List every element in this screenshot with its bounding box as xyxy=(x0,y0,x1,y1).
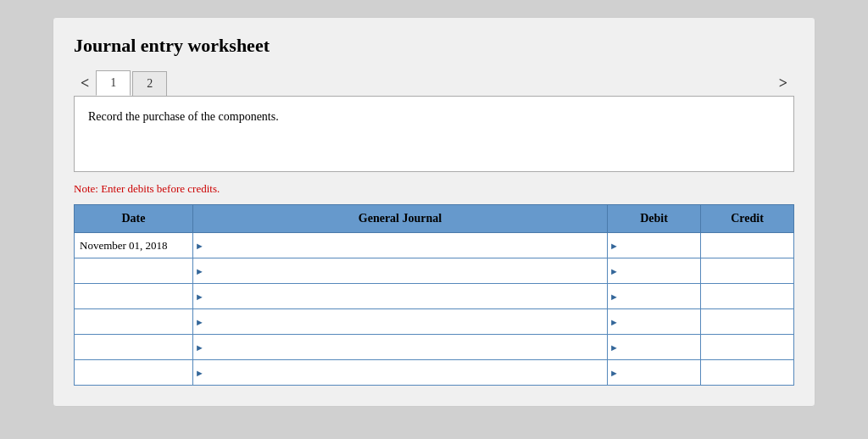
table-row: ► ► xyxy=(75,258,794,284)
arrow-icon-debit-5: ► xyxy=(609,342,619,353)
cell-date-2 xyxy=(75,258,193,284)
arrow-icon-2: ► xyxy=(195,266,204,276)
cell-credit-4[interactable] xyxy=(701,309,794,335)
cell-debit-6[interactable]: ► xyxy=(608,360,701,386)
table-header-row: Date General Journal Debit Credit xyxy=(75,205,794,233)
table-row: ► ► xyxy=(75,335,794,360)
cell-date-4 xyxy=(75,309,193,335)
cell-debit-4[interactable]: ► xyxy=(608,309,701,335)
cell-debit-3[interactable]: ► xyxy=(608,284,701,309)
arrow-icon-4: ► xyxy=(195,317,204,327)
table-row: November 01, 2018 ► ► xyxy=(75,233,794,258)
arrow-icon-3: ► xyxy=(195,292,204,302)
cell-date-1: November 01, 2018 xyxy=(75,233,193,258)
cell-debit-5[interactable]: ► xyxy=(608,335,701,360)
cell-credit-2[interactable] xyxy=(701,258,794,284)
cell-debit-1[interactable]: ► xyxy=(608,233,701,258)
arrow-icon-debit-3: ► xyxy=(609,292,619,302)
journal-table: Date General Journal Debit Credit Novemb… xyxy=(74,204,794,386)
tab-1[interactable]: 1 xyxy=(96,70,131,96)
cell-debit-2[interactable]: ► xyxy=(608,258,701,284)
cell-journal-6[interactable]: ► xyxy=(193,360,608,386)
cell-journal-1[interactable]: ► xyxy=(193,233,608,258)
main-container: Journal entry worksheet < 1 2 > Record t… xyxy=(53,17,815,407)
table-row: ► ► xyxy=(75,360,794,386)
table-row: ► ► xyxy=(75,284,794,309)
cell-journal-4[interactable]: ► xyxy=(193,309,608,335)
arrow-icon-debit-2: ► xyxy=(609,266,619,276)
header-date: Date xyxy=(75,205,193,233)
cell-credit-6[interactable] xyxy=(701,360,794,386)
tabs-navigation: < 1 2 > xyxy=(74,70,794,96)
tab-2[interactable]: 2 xyxy=(132,71,167,96)
prev-arrow[interactable]: < xyxy=(74,71,96,96)
arrow-icon-debit-1: ► xyxy=(609,241,619,251)
header-credit: Credit xyxy=(701,205,794,233)
cell-journal-3[interactable]: ► xyxy=(193,284,608,309)
tab-content: Record the purchase of the components. xyxy=(74,96,794,172)
cell-credit-3[interactable] xyxy=(701,284,794,309)
cell-journal-2[interactable]: ► xyxy=(193,258,608,284)
next-arrow[interactable]: > xyxy=(772,71,794,96)
cell-date-5 xyxy=(75,335,193,360)
arrow-icon-debit-4: ► xyxy=(609,317,619,327)
instruction-text: Record the purchase of the components. xyxy=(88,110,780,124)
arrow-icon-6: ► xyxy=(195,368,204,378)
cell-credit-5[interactable] xyxy=(701,335,794,360)
arrow-icon-1: ► xyxy=(195,241,204,251)
cell-journal-5[interactable]: ► xyxy=(193,335,608,360)
cell-credit-1[interactable] xyxy=(701,233,794,258)
header-general-journal: General Journal xyxy=(193,205,608,233)
note-text: Note: Enter debits before credits. xyxy=(74,182,794,196)
cell-date-6 xyxy=(75,360,193,386)
page-title: Journal entry worksheet xyxy=(74,35,794,57)
cell-date-3 xyxy=(75,284,193,309)
table-row: ► ► xyxy=(75,309,794,335)
arrow-icon-5: ► xyxy=(195,342,204,353)
header-debit: Debit xyxy=(608,205,701,233)
arrow-icon-debit-6: ► xyxy=(609,368,619,378)
